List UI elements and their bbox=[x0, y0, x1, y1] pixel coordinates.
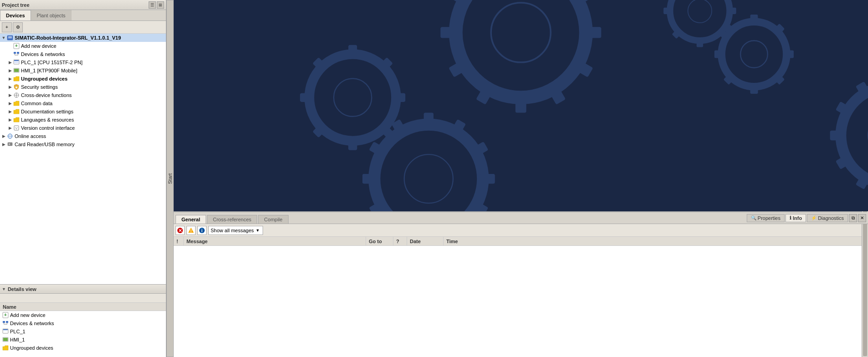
hmi-icon bbox=[13, 67, 20, 74]
bottom-right-tab-diagnostics[interactable]: ⚡ Diagnostics bbox=[807, 214, 848, 222]
details-item-devices-networks[interactable]: Devices & networks bbox=[0, 319, 166, 327]
info-filter-btn[interactable]: i bbox=[197, 226, 207, 235]
bottom-tab-general[interactable]: General bbox=[176, 215, 206, 224]
languages-icon bbox=[13, 116, 20, 123]
tree-item-add-device[interactable]: + Add new device bbox=[0, 42, 166, 50]
tree-item-devices-networks[interactable]: Devices & networks bbox=[0, 50, 166, 58]
tree-toolbar-btn-1[interactable]: + bbox=[2, 22, 12, 32]
bottom-tab-cross-references[interactable]: Cross-references bbox=[207, 215, 257, 224]
bottom-panel-tabs: General Cross-references Compile bbox=[174, 212, 747, 224]
col-message[interactable]: Message bbox=[184, 237, 366, 245]
bottom-panel: General Cross-references Compile 🔍 Prope… bbox=[174, 211, 868, 357]
tab-devices[interactable]: Devices bbox=[0, 10, 31, 20]
svg-point-38 bbox=[491, 3, 551, 62]
tree-item-online-access[interactable]: ▶ Online access bbox=[0, 132, 166, 140]
details-item-add-device[interactable]: + Add new device bbox=[0, 311, 166, 319]
col-question[interactable]: ? bbox=[393, 237, 407, 245]
documentation-icon bbox=[13, 108, 20, 115]
details-icon-ungrouped bbox=[2, 344, 9, 352]
canvas-area[interactable] bbox=[174, 0, 868, 211]
svg-rect-6 bbox=[17, 52, 19, 54]
warning-filter-btn[interactable]: ! bbox=[186, 226, 196, 235]
svg-rect-64 bbox=[300, 93, 312, 102]
svg-point-67 bbox=[740, 41, 767, 67]
svg-rect-45 bbox=[585, 27, 601, 38]
svg-rect-50 bbox=[440, 27, 457, 38]
error-filter-btn[interactable]: ✕ bbox=[176, 226, 185, 235]
tree-item-languages[interactable]: ▶ Languages & resources bbox=[0, 116, 166, 124]
svg-rect-12 bbox=[14, 61, 19, 63]
col-time[interactable]: Time bbox=[444, 237, 868, 245]
details-label-ungrouped: Ungrouped devices bbox=[10, 345, 53, 351]
bottom-panel-close-btn[interactable]: ✕ bbox=[858, 214, 866, 222]
tree-label-common-data: Common data bbox=[21, 101, 52, 106]
bottom-panel-float-btn[interactable]: ⧉ bbox=[849, 214, 857, 222]
details-item-plc1[interactable]: PLC_1 bbox=[0, 327, 166, 336]
bottom-right-tab-properties[interactable]: 🔍 Properties bbox=[747, 214, 785, 222]
tree-item-version-control[interactable]: ▶ V Version control interface bbox=[0, 124, 166, 132]
tree-toolbar: + ⚙ bbox=[0, 21, 166, 34]
tree-toolbar-btn-2[interactable]: ⚙ bbox=[13, 22, 23, 32]
svg-rect-15 bbox=[16, 87, 17, 88]
messages-table-header: ! Message Go to ? Date Time bbox=[174, 237, 868, 246]
svg-rect-40 bbox=[516, 97, 527, 113]
tree-label-add-device: Add new device bbox=[21, 43, 57, 49]
svg-rect-60 bbox=[393, 93, 405, 102]
svg-text:i: i bbox=[202, 228, 203, 233]
messages-table-body bbox=[174, 246, 868, 357]
tree-item-plc1[interactable]: ▶ PLC_1 [CPU 1515TF-2 PN] bbox=[0, 58, 166, 66]
ungrouped-icon bbox=[13, 75, 20, 82]
details-view-title: Details view bbox=[8, 286, 36, 292]
svg-point-95 bbox=[841, 87, 868, 184]
details-content: Name + Add new device bbox=[0, 294, 166, 357]
start-tab[interactable]: Start bbox=[166, 0, 174, 357]
svg-rect-2 bbox=[8, 38, 12, 39]
tree-item-documentation[interactable]: ▶ Documentation settings bbox=[0, 107, 166, 116]
tab-plant-objects[interactable]: Plant objects bbox=[31, 10, 72, 20]
col-severity[interactable]: ! bbox=[174, 237, 184, 245]
svg-rect-117 bbox=[663, 8, 672, 14]
devices-networks-icon bbox=[13, 51, 20, 58]
col-goto[interactable]: Go to bbox=[366, 237, 393, 245]
project-tree-title: Project tree bbox=[2, 2, 30, 8]
svg-rect-113 bbox=[728, 8, 736, 14]
svg-rect-115 bbox=[697, 38, 703, 47]
tree-item-root[interactable]: ▼ SIMATIC-Robot-Integrator-SRL_V1.1.0.1_… bbox=[0, 34, 166, 42]
col-date[interactable]: Date bbox=[407, 237, 444, 245]
card-reader-icon bbox=[6, 141, 14, 148]
tree-arrow-plc1: ▶ bbox=[7, 60, 13, 65]
tree-item-security[interactable]: ▶ Security settings bbox=[0, 83, 166, 91]
project-tabs-row: Devices Plant objects bbox=[0, 10, 166, 21]
bottom-right-tab-info[interactable]: ℹ Info bbox=[785, 214, 806, 222]
bottom-tab-compile[interactable]: Compile bbox=[258, 215, 288, 224]
tree-label-plc1: PLC_1 [CPU 1515TF-2 PN] bbox=[21, 60, 83, 65]
tree-label-languages: Languages & resources bbox=[21, 117, 74, 122]
tree-item-ungrouped[interactable]: ▶ Ungrouped devices bbox=[0, 75, 166, 83]
tree-icon-btn-1[interactable]: ☰ bbox=[149, 1, 156, 9]
details-item-hmi1[interactable]: HMI_1 bbox=[0, 336, 166, 344]
details-label-add-device: Add new device bbox=[10, 312, 46, 318]
message-filter-dropdown[interactable]: Show all messages ▼ bbox=[208, 226, 263, 235]
tree-arrow-root: ▼ bbox=[1, 36, 6, 40]
svg-rect-73 bbox=[784, 51, 794, 58]
details-item-ungrouped[interactable]: Ungrouped devices bbox=[0, 344, 166, 352]
svg-rect-25 bbox=[9, 143, 10, 145]
tree-item-cross-device[interactable]: ▶ Cross-device functions bbox=[0, 91, 166, 99]
details-view-header[interactable]: ▼ Details view bbox=[0, 285, 166, 294]
svg-rect-34 bbox=[3, 329, 8, 330]
details-icon-plc1 bbox=[2, 328, 9, 335]
tree-icon-btn-2[interactable]: ⊞ bbox=[157, 1, 164, 9]
tree-item-card-reader[interactable]: ▶ Card Reader/USB memory bbox=[0, 140, 166, 148]
diagnostics-icon: ⚡ bbox=[811, 215, 816, 220]
main-canvas: General Cross-references Compile 🔍 Prope… bbox=[174, 0, 868, 357]
svg-point-80 bbox=[404, 154, 453, 203]
tree-item-common-data[interactable]: ▶ Common data bbox=[0, 99, 166, 107]
svg-rect-106 bbox=[830, 131, 843, 140]
dropdown-arrow-icon: ▼ bbox=[256, 228, 260, 233]
svg-rect-28 bbox=[3, 321, 5, 323]
details-label-plc1: PLC_1 bbox=[10, 329, 26, 334]
details-list-body: + Add new device bbox=[0, 311, 166, 357]
tree-item-hmi1[interactable]: ▶ HMI_1 [KTP900F Mobile] bbox=[0, 66, 166, 75]
svg-text:!: ! bbox=[191, 229, 192, 233]
svg-rect-11 bbox=[14, 60, 19, 61]
